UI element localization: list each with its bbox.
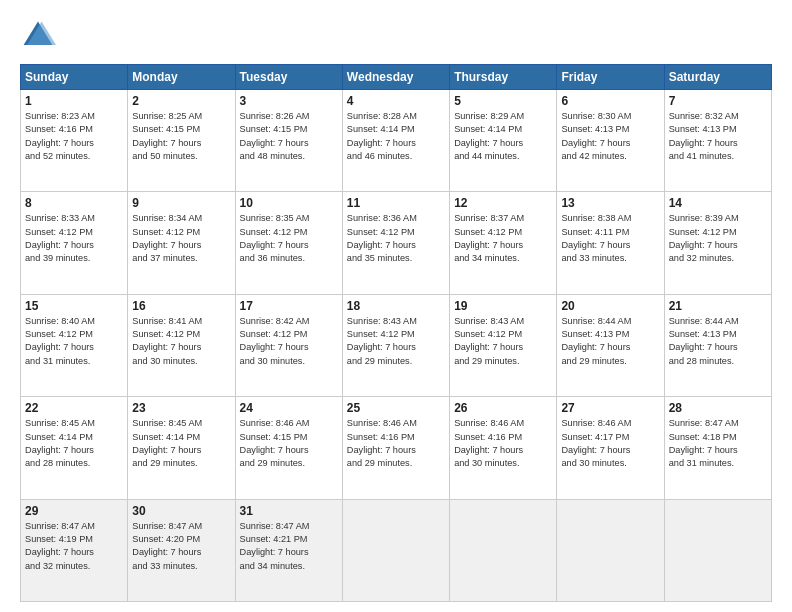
calendar-cell: 10 Sunrise: 8:35 AM Sunset: 4:12 PM Dayl…: [235, 192, 342, 294]
day-info: Sunrise: 8:44 AM Sunset: 4:13 PM Dayligh…: [669, 315, 767, 368]
day-number: 17: [240, 299, 338, 313]
calendar-cell: [342, 499, 449, 601]
header: [20, 18, 772, 54]
calendar-cell: 30 Sunrise: 8:47 AM Sunset: 4:20 PM Dayl…: [128, 499, 235, 601]
day-info: Sunrise: 8:46 AM Sunset: 4:15 PM Dayligh…: [240, 417, 338, 470]
day-number: 16: [132, 299, 230, 313]
calendar-cell: 31 Sunrise: 8:47 AM Sunset: 4:21 PM Dayl…: [235, 499, 342, 601]
calendar-cell: 15 Sunrise: 8:40 AM Sunset: 4:12 PM Dayl…: [21, 294, 128, 396]
day-number: 28: [669, 401, 767, 415]
day-header-sunday: Sunday: [21, 65, 128, 90]
page: SundayMondayTuesdayWednesdayThursdayFrid…: [0, 0, 792, 612]
day-info: Sunrise: 8:46 AM Sunset: 4:16 PM Dayligh…: [454, 417, 552, 470]
calendar-table: SundayMondayTuesdayWednesdayThursdayFrid…: [20, 64, 772, 602]
day-number: 4: [347, 94, 445, 108]
calendar-week-row: 8 Sunrise: 8:33 AM Sunset: 4:12 PM Dayli…: [21, 192, 772, 294]
day-number: 27: [561, 401, 659, 415]
calendar-header-row: SundayMondayTuesdayWednesdayThursdayFrid…: [21, 65, 772, 90]
day-number: 12: [454, 196, 552, 210]
day-number: 18: [347, 299, 445, 313]
day-header-monday: Monday: [128, 65, 235, 90]
calendar-cell: 23 Sunrise: 8:45 AM Sunset: 4:14 PM Dayl…: [128, 397, 235, 499]
calendar-cell: 14 Sunrise: 8:39 AM Sunset: 4:12 PM Dayl…: [664, 192, 771, 294]
day-info: Sunrise: 8:36 AM Sunset: 4:12 PM Dayligh…: [347, 212, 445, 265]
calendar-week-row: 29 Sunrise: 8:47 AM Sunset: 4:19 PM Dayl…: [21, 499, 772, 601]
calendar-cell: 4 Sunrise: 8:28 AM Sunset: 4:14 PM Dayli…: [342, 90, 449, 192]
day-info: Sunrise: 8:28 AM Sunset: 4:14 PM Dayligh…: [347, 110, 445, 163]
calendar-cell: 13 Sunrise: 8:38 AM Sunset: 4:11 PM Dayl…: [557, 192, 664, 294]
calendar-cell: 8 Sunrise: 8:33 AM Sunset: 4:12 PM Dayli…: [21, 192, 128, 294]
day-info: Sunrise: 8:37 AM Sunset: 4:12 PM Dayligh…: [454, 212, 552, 265]
calendar-cell: 22 Sunrise: 8:45 AM Sunset: 4:14 PM Dayl…: [21, 397, 128, 499]
day-info: Sunrise: 8:47 AM Sunset: 4:21 PM Dayligh…: [240, 520, 338, 573]
day-header-thursday: Thursday: [450, 65, 557, 90]
day-number: 22: [25, 401, 123, 415]
day-info: Sunrise: 8:23 AM Sunset: 4:16 PM Dayligh…: [25, 110, 123, 163]
day-number: 15: [25, 299, 123, 313]
day-number: 29: [25, 504, 123, 518]
calendar-cell: 3 Sunrise: 8:26 AM Sunset: 4:15 PM Dayli…: [235, 90, 342, 192]
day-info: Sunrise: 8:47 AM Sunset: 4:18 PM Dayligh…: [669, 417, 767, 470]
calendar-cell: [664, 499, 771, 601]
day-header-wednesday: Wednesday: [342, 65, 449, 90]
day-number: 20: [561, 299, 659, 313]
calendar-cell: 24 Sunrise: 8:46 AM Sunset: 4:15 PM Dayl…: [235, 397, 342, 499]
calendar-cell: 2 Sunrise: 8:25 AM Sunset: 4:15 PM Dayli…: [128, 90, 235, 192]
day-info: Sunrise: 8:25 AM Sunset: 4:15 PM Dayligh…: [132, 110, 230, 163]
day-number: 25: [347, 401, 445, 415]
calendar-cell: 29 Sunrise: 8:47 AM Sunset: 4:19 PM Dayl…: [21, 499, 128, 601]
calendar-cell: 1 Sunrise: 8:23 AM Sunset: 4:16 PM Dayli…: [21, 90, 128, 192]
day-info: Sunrise: 8:40 AM Sunset: 4:12 PM Dayligh…: [25, 315, 123, 368]
day-number: 23: [132, 401, 230, 415]
day-info: Sunrise: 8:41 AM Sunset: 4:12 PM Dayligh…: [132, 315, 230, 368]
day-number: 31: [240, 504, 338, 518]
day-number: 11: [347, 196, 445, 210]
day-number: 7: [669, 94, 767, 108]
day-info: Sunrise: 8:30 AM Sunset: 4:13 PM Dayligh…: [561, 110, 659, 163]
calendar-cell: [450, 499, 557, 601]
day-number: 1: [25, 94, 123, 108]
day-info: Sunrise: 8:34 AM Sunset: 4:12 PM Dayligh…: [132, 212, 230, 265]
day-info: Sunrise: 8:42 AM Sunset: 4:12 PM Dayligh…: [240, 315, 338, 368]
calendar-cell: 7 Sunrise: 8:32 AM Sunset: 4:13 PM Dayli…: [664, 90, 771, 192]
day-number: 21: [669, 299, 767, 313]
calendar-cell: 11 Sunrise: 8:36 AM Sunset: 4:12 PM Dayl…: [342, 192, 449, 294]
calendar-cell: 21 Sunrise: 8:44 AM Sunset: 4:13 PM Dayl…: [664, 294, 771, 396]
day-info: Sunrise: 8:47 AM Sunset: 4:19 PM Dayligh…: [25, 520, 123, 573]
day-info: Sunrise: 8:43 AM Sunset: 4:12 PM Dayligh…: [454, 315, 552, 368]
calendar-cell: 17 Sunrise: 8:42 AM Sunset: 4:12 PM Dayl…: [235, 294, 342, 396]
logo-icon: [20, 18, 56, 54]
calendar-cell: 18 Sunrise: 8:43 AM Sunset: 4:12 PM Dayl…: [342, 294, 449, 396]
calendar-week-row: 1 Sunrise: 8:23 AM Sunset: 4:16 PM Dayli…: [21, 90, 772, 192]
day-info: Sunrise: 8:32 AM Sunset: 4:13 PM Dayligh…: [669, 110, 767, 163]
day-number: 26: [454, 401, 552, 415]
calendar-cell: 25 Sunrise: 8:46 AM Sunset: 4:16 PM Dayl…: [342, 397, 449, 499]
day-number: 8: [25, 196, 123, 210]
calendar-cell: 6 Sunrise: 8:30 AM Sunset: 4:13 PM Dayli…: [557, 90, 664, 192]
calendar-cell: 27 Sunrise: 8:46 AM Sunset: 4:17 PM Dayl…: [557, 397, 664, 499]
day-header-tuesday: Tuesday: [235, 65, 342, 90]
day-info: Sunrise: 8:47 AM Sunset: 4:20 PM Dayligh…: [132, 520, 230, 573]
day-info: Sunrise: 8:38 AM Sunset: 4:11 PM Dayligh…: [561, 212, 659, 265]
day-info: Sunrise: 8:29 AM Sunset: 4:14 PM Dayligh…: [454, 110, 552, 163]
calendar-cell: 16 Sunrise: 8:41 AM Sunset: 4:12 PM Dayl…: [128, 294, 235, 396]
day-info: Sunrise: 8:44 AM Sunset: 4:13 PM Dayligh…: [561, 315, 659, 368]
day-header-friday: Friday: [557, 65, 664, 90]
day-info: Sunrise: 8:46 AM Sunset: 4:16 PM Dayligh…: [347, 417, 445, 470]
day-info: Sunrise: 8:45 AM Sunset: 4:14 PM Dayligh…: [25, 417, 123, 470]
calendar-cell: 20 Sunrise: 8:44 AM Sunset: 4:13 PM Dayl…: [557, 294, 664, 396]
day-header-saturday: Saturday: [664, 65, 771, 90]
day-number: 19: [454, 299, 552, 313]
calendar-cell: 26 Sunrise: 8:46 AM Sunset: 4:16 PM Dayl…: [450, 397, 557, 499]
day-number: 9: [132, 196, 230, 210]
day-info: Sunrise: 8:33 AM Sunset: 4:12 PM Dayligh…: [25, 212, 123, 265]
calendar-cell: 28 Sunrise: 8:47 AM Sunset: 4:18 PM Dayl…: [664, 397, 771, 499]
calendar-week-row: 15 Sunrise: 8:40 AM Sunset: 4:12 PM Dayl…: [21, 294, 772, 396]
day-number: 14: [669, 196, 767, 210]
day-info: Sunrise: 8:26 AM Sunset: 4:15 PM Dayligh…: [240, 110, 338, 163]
day-number: 2: [132, 94, 230, 108]
day-number: 5: [454, 94, 552, 108]
calendar-cell: 19 Sunrise: 8:43 AM Sunset: 4:12 PM Dayl…: [450, 294, 557, 396]
calendar-cell: [557, 499, 664, 601]
logo: [20, 18, 60, 54]
